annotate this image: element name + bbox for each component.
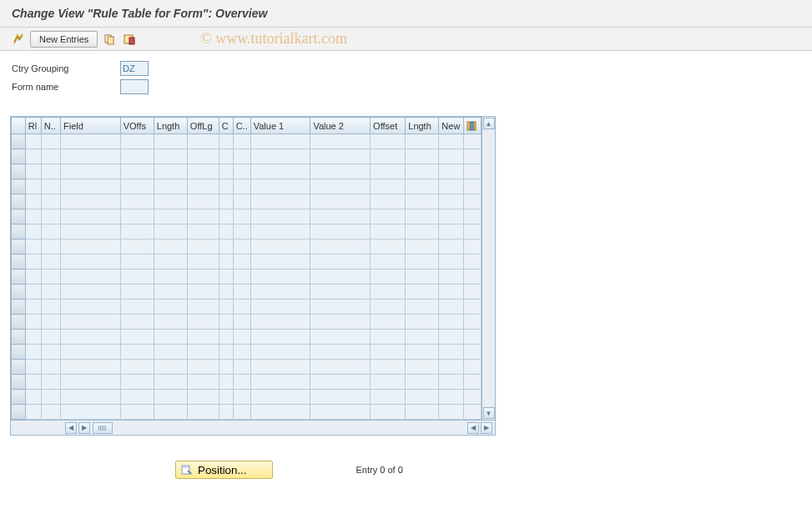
table-cell[interactable] (371, 149, 406, 164)
table-cell[interactable] (439, 360, 464, 375)
table-cell[interactable] (61, 254, 121, 270)
col-value2[interactable]: Value 2 (310, 118, 371, 134)
form-name-field[interactable] (120, 79, 149, 94)
table-cell[interactable] (371, 330, 406, 345)
table-cell[interactable] (120, 194, 154, 209)
table-cell[interactable] (25, 390, 41, 405)
col-new[interactable]: New (439, 118, 464, 134)
table-cell[interactable] (406, 360, 439, 375)
table-row[interactable] (12, 134, 482, 149)
col-c2[interactable]: C.. (233, 118, 250, 134)
table-cell[interactable] (41, 285, 60, 300)
table-cell[interactable] (120, 209, 154, 224)
table-cell[interactable] (120, 134, 154, 149)
table-cell[interactable] (406, 375, 439, 390)
table-cell[interactable] (371, 375, 406, 390)
table-cell[interactable] (250, 330, 310, 345)
table-cell[interactable] (187, 390, 219, 405)
row-selector[interactable] (12, 209, 26, 224)
table-cell[interactable] (463, 164, 481, 179)
table-cell[interactable] (187, 239, 219, 254)
table-cell[interactable] (463, 149, 481, 164)
table-cell[interactable] (250, 360, 310, 375)
table-cell[interactable] (219, 270, 233, 285)
table-cell[interactable] (25, 330, 41, 345)
table-cell[interactable] (250, 375, 310, 390)
table-cell[interactable] (120, 330, 154, 345)
table-cell[interactable] (154, 390, 187, 405)
table-cell[interactable] (219, 134, 233, 149)
table-cell[interactable] (187, 330, 219, 345)
table-cell[interactable] (250, 254, 310, 270)
table-cell[interactable] (371, 270, 406, 285)
table-cell[interactable] (310, 254, 371, 270)
table-cell[interactable] (219, 300, 233, 315)
table-cell[interactable] (233, 179, 250, 194)
table-cell[interactable] (371, 254, 406, 270)
table-cell[interactable] (233, 224, 250, 239)
table-cell[interactable] (371, 164, 406, 179)
copy-icon[interactable] (101, 31, 118, 48)
table-cell[interactable] (250, 239, 310, 254)
table-cell[interactable] (371, 179, 406, 194)
table-cell[interactable] (120, 164, 154, 179)
table-cell[interactable] (25, 405, 41, 420)
table-cell[interactable] (371, 134, 406, 149)
table-cell[interactable] (41, 149, 60, 164)
table-cell[interactable] (154, 179, 187, 194)
table-cell[interactable] (219, 345, 233, 360)
table-cell[interactable] (371, 239, 406, 254)
table-cell[interactable] (250, 224, 310, 239)
table-cell[interactable] (463, 300, 481, 315)
table-cell[interactable] (120, 270, 154, 285)
table-cell[interactable] (154, 345, 187, 360)
row-selector[interactable] (12, 270, 26, 285)
table-cell[interactable] (41, 360, 60, 375)
table-cell[interactable] (154, 224, 187, 239)
table-cell[interactable] (439, 239, 464, 254)
table-cell[interactable] (61, 360, 121, 375)
table-cell[interactable] (310, 315, 371, 330)
table-cell[interactable] (25, 179, 41, 194)
table-cell[interactable] (25, 375, 41, 390)
row-selector[interactable] (12, 345, 26, 360)
scroll-up-icon[interactable]: ▲ (483, 118, 495, 129)
table-cell[interactable] (439, 390, 464, 405)
table-cell[interactable] (154, 300, 187, 315)
row-selector[interactable] (12, 390, 26, 405)
table-cell[interactable] (187, 254, 219, 270)
table-cell[interactable] (310, 164, 371, 179)
table-row[interactable] (12, 390, 482, 405)
table-cell[interactable] (233, 345, 250, 360)
new-entries-button[interactable]: New Entries (30, 31, 98, 48)
table-cell[interactable] (310, 390, 371, 405)
table-cell[interactable] (406, 345, 439, 360)
table-cell[interactable] (120, 405, 154, 420)
table-cell[interactable] (250, 285, 310, 300)
table-cell[interactable] (61, 405, 121, 420)
col-lngth1[interactable]: Lngth (154, 118, 187, 134)
table-cell[interactable] (154, 239, 187, 254)
table-cell[interactable] (310, 360, 371, 375)
table-cell[interactable] (233, 315, 250, 330)
table-cell[interactable] (154, 375, 187, 390)
table-cell[interactable] (233, 254, 250, 270)
table-cell[interactable] (371, 194, 406, 209)
table-cell[interactable] (439, 149, 464, 164)
table-cell[interactable] (219, 315, 233, 330)
table-cell[interactable] (463, 345, 481, 360)
table-cell[interactable] (219, 239, 233, 254)
table-cell[interactable] (463, 330, 481, 345)
table-cell[interactable] (310, 285, 371, 300)
table-cell[interactable] (120, 345, 154, 360)
table-cell[interactable] (61, 149, 121, 164)
table-row[interactable] (12, 149, 482, 164)
table-cell[interactable] (463, 134, 481, 149)
table-cell[interactable] (439, 164, 464, 179)
table-cell[interactable] (463, 254, 481, 270)
table-cell[interactable] (25, 149, 41, 164)
table-cell[interactable] (187, 300, 219, 315)
table-cell[interactable] (233, 405, 250, 420)
table-cell[interactable] (439, 345, 464, 360)
table-cell[interactable] (154, 360, 187, 375)
